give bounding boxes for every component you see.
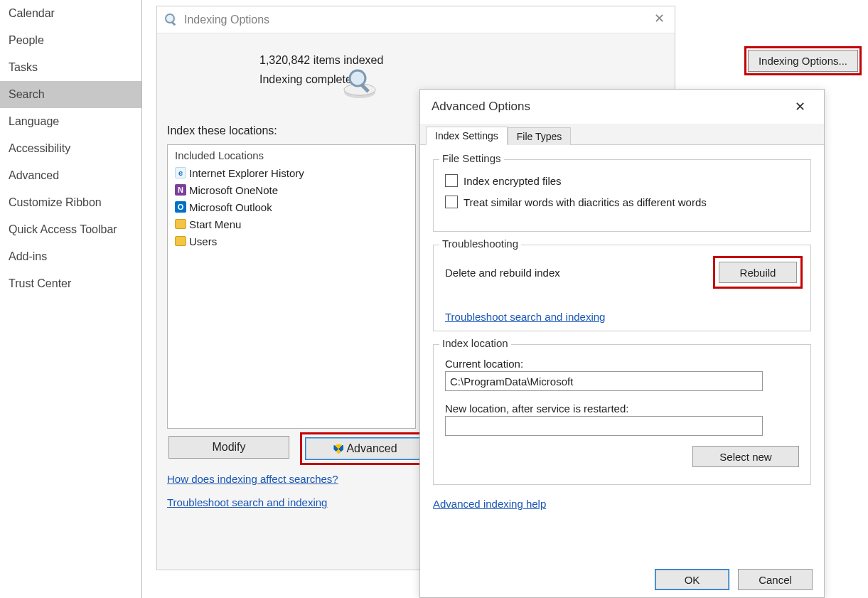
location-label: Users	[189, 235, 217, 247]
folder-icon	[175, 236, 186, 246]
advanced-dialog-title: Advanced Options	[432, 100, 530, 114]
advanced-options-dialog: Advanced Options ✕ Index Settings File T…	[419, 89, 825, 598]
current-location-label: Current location:	[445, 358, 799, 370]
list-item[interactable]: Users	[175, 233, 408, 250]
dialog-title: Indexing Options	[184, 14, 269, 26]
close-icon[interactable]: ✕	[654, 11, 665, 26]
rebuild-button[interactable]: Rebuild	[719, 262, 797, 283]
index-encrypted-files-checkbox[interactable]	[445, 174, 458, 187]
tab-bar: Index Settings File Types	[420, 124, 824, 145]
indexing-status-icon	[342, 65, 377, 101]
folder-icon	[175, 219, 186, 229]
cancel-button[interactable]: Cancel	[738, 569, 813, 590]
dialog-titlebar: Indexing Options ✕	[157, 6, 675, 33]
sidebar-item-search[interactable]: Search	[0, 81, 141, 108]
troubleshooting-group: Troubleshooting Delete and rebuild index…	[433, 245, 811, 331]
sidebar-item-add-ins[interactable]: Add-ins	[0, 243, 141, 270]
onenote-icon: N	[175, 184, 186, 196]
location-label: Internet Explorer History	[189, 167, 304, 179]
select-new-button[interactable]: Select new	[692, 446, 799, 467]
options-sidebar: Calendar People Tasks Search Language Ac…	[0, 0, 142, 598]
tab-index-settings[interactable]: Index Settings	[426, 127, 508, 145]
troubleshooting-legend: Troubleshooting	[439, 237, 521, 250]
diacritics-label: Treat similar words with diacritics as d…	[464, 196, 707, 208]
sidebar-item-calendar[interactable]: Calendar	[0, 0, 141, 27]
list-item[interactable]: Start Menu	[175, 215, 408, 233]
file-settings-group: File Settings Index encrypted files Trea…	[433, 159, 811, 232]
indexing-status-label: Indexing complete.	[259, 70, 665, 89]
location-label: Microsoft Outlook	[189, 201, 272, 213]
rebuild-index-label: Delete and rebuild index	[445, 267, 560, 279]
svg-point-4	[350, 70, 365, 86]
list-item[interactable]: N Microsoft OneNote	[175, 181, 408, 198]
sidebar-item-tasks[interactable]: Tasks	[0, 54, 141, 81]
location-label: Start Menu	[189, 218, 241, 230]
ie-icon: e	[175, 167, 186, 178]
list-item[interactable]: O Microsoft Outlook	[175, 198, 408, 215]
locations-column-header: Included Locations	[175, 149, 408, 161]
diacritics-checkbox[interactable]	[445, 196, 458, 208]
ok-button[interactable]: OK	[655, 569, 729, 590]
sidebar-item-advanced[interactable]: Advanced	[0, 162, 141, 189]
sidebar-item-people[interactable]: People	[0, 27, 141, 54]
locations-listbox[interactable]: Included Locations e Internet Explorer H…	[167, 144, 416, 429]
sidebar-item-accessibility[interactable]: Accessibility	[0, 135, 141, 162]
troubleshoot-search-indexing-link[interactable]: Troubleshoot search and indexing	[445, 311, 799, 323]
advanced-button-label: Advanced	[346, 442, 397, 455]
index-location-group: Index location Current location: C:\Prog…	[433, 344, 811, 485]
tab-file-types[interactable]: File Types	[508, 127, 572, 145]
index-encrypted-files-label: Index encrypted files	[464, 175, 562, 187]
outlook-icon: O	[175, 201, 186, 213]
magnifier-icon	[164, 13, 178, 27]
search-settings-panel: Indexing Options...	[683, 0, 868, 72]
new-location-field[interactable]	[445, 416, 763, 436]
advanced-indexing-help-link[interactable]: Advanced indexing help	[433, 498, 811, 510]
sidebar-item-customize-ribbon[interactable]: Customize Ribbon	[0, 189, 141, 216]
indexing-options-button[interactable]: Indexing Options...	[748, 50, 858, 72]
index-location-legend: Index location	[439, 337, 511, 349]
items-indexed-label: 1,320,842 items indexed	[259, 50, 665, 70]
close-icon[interactable]: ✕	[788, 95, 813, 119]
shield-icon	[333, 444, 343, 454]
current-location-field: C:\ProgramData\Microsoft	[445, 371, 763, 391]
sidebar-item-language[interactable]: Language	[0, 108, 141, 135]
sidebar-item-trust-center[interactable]: Trust Center	[0, 270, 141, 297]
modify-button[interactable]: Modify	[168, 436, 289, 459]
advanced-button[interactable]: Advanced	[305, 437, 426, 460]
new-location-label: New location, after service is restarted…	[445, 402, 799, 415]
location-label: Microsoft OneNote	[189, 184, 278, 196]
list-item[interactable]: e Internet Explorer History	[175, 164, 408, 181]
sidebar-item-quick-access-toolbar[interactable]: Quick Access Toolbar	[0, 216, 141, 243]
file-settings-legend: File Settings	[439, 152, 504, 164]
